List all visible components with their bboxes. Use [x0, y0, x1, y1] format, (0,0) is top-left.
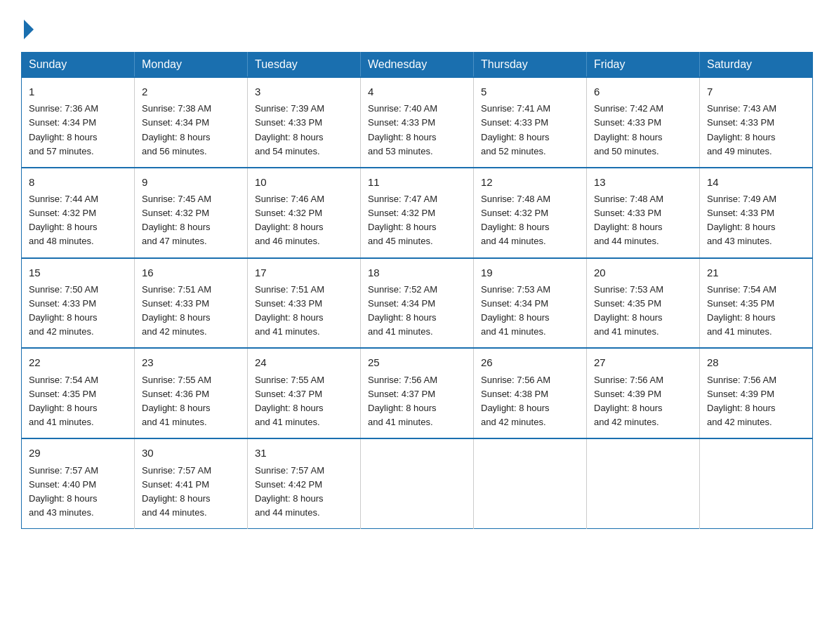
- calendar-cell: 16Sunrise: 7:51 AMSunset: 4:33 PMDayligh…: [135, 258, 248, 349]
- day-info: Sunrise: 7:56 AMSunset: 4:37 PMDaylight:…: [368, 375, 437, 427]
- day-info: Sunrise: 7:42 AMSunset: 4:33 PMDaylight:…: [594, 103, 663, 156]
- calendar-cell: 6Sunrise: 7:42 AMSunset: 4:33 PMDaylight…: [587, 77, 700, 168]
- day-number: 28: [707, 354, 805, 370]
- calendar-cell: 18Sunrise: 7:52 AMSunset: 4:34 PMDayligh…: [361, 258, 474, 349]
- calendar-cell: 3Sunrise: 7:39 AMSunset: 4:33 PMDaylight…: [248, 77, 361, 168]
- calendar-cell: [700, 438, 813, 528]
- logo-triangle-icon: [24, 20, 34, 39]
- weekday-header-sunday: Sunday: [22, 53, 135, 78]
- day-info: Sunrise: 7:36 AMSunset: 4:34 PMDaylight:…: [29, 103, 98, 156]
- day-number: 4: [368, 83, 466, 100]
- day-number: 10: [255, 174, 353, 190]
- calendar-week-row: 29Sunrise: 7:57 AMSunset: 4:40 PMDayligh…: [22, 438, 813, 528]
- calendar-cell: 27Sunrise: 7:56 AMSunset: 4:39 PMDayligh…: [587, 348, 700, 438]
- calendar-cell: 26Sunrise: 7:56 AMSunset: 4:38 PMDayligh…: [474, 348, 587, 438]
- day-number: 9: [142, 174, 240, 190]
- day-number: 25: [368, 354, 466, 370]
- day-number: 24: [255, 354, 353, 370]
- day-number: 22: [29, 354, 127, 370]
- day-info: Sunrise: 7:56 AMSunset: 4:39 PMDaylight:…: [707, 375, 776, 427]
- day-info: Sunrise: 7:53 AMSunset: 4:34 PMDaylight:…: [481, 284, 550, 337]
- day-info: Sunrise: 7:41 AMSunset: 4:33 PMDaylight:…: [481, 103, 550, 156]
- weekday-header-thursday: Thursday: [474, 53, 587, 78]
- day-info: Sunrise: 7:45 AMSunset: 4:32 PMDaylight:…: [142, 194, 211, 246]
- day-info: Sunrise: 7:51 AMSunset: 4:33 PMDaylight:…: [142, 284, 211, 337]
- calendar-cell: [587, 438, 700, 528]
- calendar-cell: 5Sunrise: 7:41 AMSunset: 4:33 PMDaylight…: [474, 77, 587, 168]
- weekday-header-saturday: Saturday: [700, 53, 813, 78]
- calendar-cell: 2Sunrise: 7:38 AMSunset: 4:34 PMDaylight…: [135, 77, 248, 168]
- calendar-cell: 21Sunrise: 7:54 AMSunset: 4:35 PMDayligh…: [700, 258, 813, 349]
- day-info: Sunrise: 7:44 AMSunset: 4:32 PMDaylight:…: [29, 194, 98, 246]
- day-number: 29: [29, 445, 127, 461]
- calendar-cell: 30Sunrise: 7:57 AMSunset: 4:41 PMDayligh…: [135, 438, 248, 528]
- calendar-cell: 20Sunrise: 7:53 AMSunset: 4:35 PMDayligh…: [587, 258, 700, 349]
- day-number: 19: [481, 264, 579, 281]
- calendar-cell: 10Sunrise: 7:46 AMSunset: 4:32 PMDayligh…: [248, 168, 361, 258]
- day-number: 2: [142, 83, 240, 100]
- day-number: 14: [707, 174, 805, 190]
- calendar-cell: 13Sunrise: 7:48 AMSunset: 4:33 PMDayligh…: [587, 168, 700, 258]
- day-number: 30: [142, 445, 240, 461]
- logo: [21, 14, 34, 39]
- calendar-cell: 31Sunrise: 7:57 AMSunset: 4:42 PMDayligh…: [248, 438, 361, 528]
- page-header: [21, 14, 813, 39]
- day-number: 21: [707, 264, 805, 281]
- calendar-cell: 25Sunrise: 7:56 AMSunset: 4:37 PMDayligh…: [361, 348, 474, 438]
- day-number: 1: [29, 83, 127, 100]
- calendar-cell: 22Sunrise: 7:54 AMSunset: 4:35 PMDayligh…: [22, 348, 135, 438]
- day-info: Sunrise: 7:57 AMSunset: 4:40 PMDaylight:…: [29, 465, 98, 518]
- day-info: Sunrise: 7:54 AMSunset: 4:35 PMDaylight:…: [707, 284, 776, 337]
- calendar-cell: 11Sunrise: 7:47 AMSunset: 4:32 PMDayligh…: [361, 168, 474, 258]
- day-info: Sunrise: 7:55 AMSunset: 4:36 PMDaylight:…: [142, 375, 211, 427]
- day-info: Sunrise: 7:57 AMSunset: 4:41 PMDaylight:…: [142, 465, 211, 518]
- day-number: 17: [255, 264, 353, 281]
- calendar-table: SundayMondayTuesdayWednesdayThursdayFrid…: [21, 52, 813, 529]
- day-info: Sunrise: 7:52 AMSunset: 4:34 PMDaylight:…: [368, 284, 437, 337]
- calendar-cell: 15Sunrise: 7:50 AMSunset: 4:33 PMDayligh…: [22, 258, 135, 349]
- calendar-header-row: SundayMondayTuesdayWednesdayThursdayFrid…: [22, 53, 813, 78]
- day-number: 31: [255, 445, 353, 461]
- calendar-cell: 29Sunrise: 7:57 AMSunset: 4:40 PMDayligh…: [22, 438, 135, 528]
- day-number: 12: [481, 174, 579, 190]
- day-info: Sunrise: 7:54 AMSunset: 4:35 PMDaylight:…: [29, 375, 98, 427]
- day-number: 3: [255, 83, 353, 100]
- weekday-header-monday: Monday: [135, 53, 248, 78]
- day-info: Sunrise: 7:55 AMSunset: 4:37 PMDaylight:…: [255, 375, 324, 427]
- weekday-header-wednesday: Wednesday: [361, 53, 474, 78]
- calendar-cell: 1Sunrise: 7:36 AMSunset: 4:34 PMDaylight…: [22, 77, 135, 168]
- day-info: Sunrise: 7:48 AMSunset: 4:32 PMDaylight:…: [481, 194, 550, 246]
- calendar-cell: 9Sunrise: 7:45 AMSunset: 4:32 PMDaylight…: [135, 168, 248, 258]
- day-number: 5: [481, 83, 579, 100]
- weekday-header-tuesday: Tuesday: [248, 53, 361, 78]
- day-number: 13: [594, 174, 692, 190]
- day-info: Sunrise: 7:51 AMSunset: 4:33 PMDaylight:…: [255, 284, 324, 337]
- calendar-cell: 17Sunrise: 7:51 AMSunset: 4:33 PMDayligh…: [248, 258, 361, 349]
- day-number: 8: [29, 174, 127, 190]
- calendar-cell: 8Sunrise: 7:44 AMSunset: 4:32 PMDaylight…: [22, 168, 135, 258]
- calendar-cell: 24Sunrise: 7:55 AMSunset: 4:37 PMDayligh…: [248, 348, 361, 438]
- calendar-cell: 23Sunrise: 7:55 AMSunset: 4:36 PMDayligh…: [135, 348, 248, 438]
- calendar-cell: 7Sunrise: 7:43 AMSunset: 4:33 PMDaylight…: [700, 77, 813, 168]
- day-number: 16: [142, 264, 240, 281]
- day-number: 26: [481, 354, 579, 370]
- day-info: Sunrise: 7:56 AMSunset: 4:39 PMDaylight:…: [594, 375, 663, 427]
- day-number: 6: [594, 83, 692, 100]
- calendar-cell: 28Sunrise: 7:56 AMSunset: 4:39 PMDayligh…: [700, 348, 813, 438]
- calendar-cell: 14Sunrise: 7:49 AMSunset: 4:33 PMDayligh…: [700, 168, 813, 258]
- day-info: Sunrise: 7:49 AMSunset: 4:33 PMDaylight:…: [707, 194, 776, 246]
- day-number: 18: [368, 264, 466, 281]
- day-number: 15: [29, 264, 127, 281]
- calendar-cell: [361, 438, 474, 528]
- day-info: Sunrise: 7:48 AMSunset: 4:33 PMDaylight:…: [594, 194, 663, 246]
- day-number: 20: [594, 264, 692, 281]
- calendar-cell: 4Sunrise: 7:40 AMSunset: 4:33 PMDaylight…: [361, 77, 474, 168]
- calendar-week-row: 8Sunrise: 7:44 AMSunset: 4:32 PMDaylight…: [22, 168, 813, 258]
- calendar-week-row: 22Sunrise: 7:54 AMSunset: 4:35 PMDayligh…: [22, 348, 813, 438]
- day-info: Sunrise: 7:57 AMSunset: 4:42 PMDaylight:…: [255, 465, 324, 518]
- calendar-cell: 12Sunrise: 7:48 AMSunset: 4:32 PMDayligh…: [474, 168, 587, 258]
- day-number: 27: [594, 354, 692, 370]
- calendar-week-row: 1Sunrise: 7:36 AMSunset: 4:34 PMDaylight…: [22, 77, 813, 168]
- day-number: 23: [142, 354, 240, 370]
- day-number: 11: [368, 174, 466, 190]
